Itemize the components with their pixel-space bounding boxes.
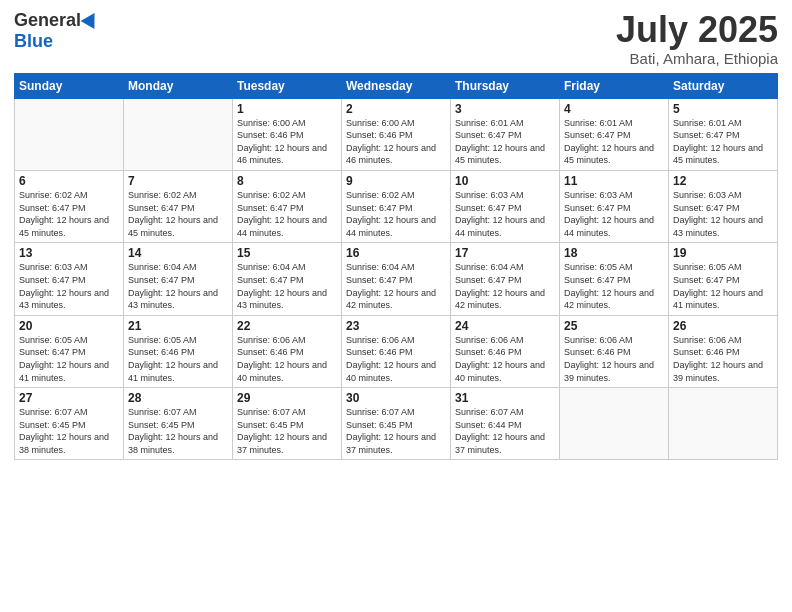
day-info: Sunrise: 6:06 AM Sunset: 6:46 PM Dayligh… [346, 334, 446, 384]
day-number: 29 [237, 391, 337, 405]
table-row: 3Sunrise: 6:01 AM Sunset: 6:47 PM Daylig… [451, 98, 560, 170]
table-row: 22Sunrise: 6:06 AM Sunset: 6:46 PM Dayli… [233, 315, 342, 387]
day-info: Sunrise: 6:07 AM Sunset: 6:45 PM Dayligh… [19, 406, 119, 456]
table-row: 21Sunrise: 6:05 AM Sunset: 6:46 PM Dayli… [124, 315, 233, 387]
day-info: Sunrise: 6:03 AM Sunset: 6:47 PM Dayligh… [455, 189, 555, 239]
day-number: 7 [128, 174, 228, 188]
calendar-header-row: Sunday Monday Tuesday Wednesday Thursday… [15, 73, 778, 98]
table-row [15, 98, 124, 170]
col-sunday: Sunday [15, 73, 124, 98]
day-info: Sunrise: 6:01 AM Sunset: 6:47 PM Dayligh… [673, 117, 773, 167]
day-number: 17 [455, 246, 555, 260]
table-row: 9Sunrise: 6:02 AM Sunset: 6:47 PM Daylig… [342, 170, 451, 242]
table-row: 4Sunrise: 6:01 AM Sunset: 6:47 PM Daylig… [560, 98, 669, 170]
day-info: Sunrise: 6:02 AM Sunset: 6:47 PM Dayligh… [128, 189, 228, 239]
day-number: 16 [346, 246, 446, 260]
day-info: Sunrise: 6:02 AM Sunset: 6:47 PM Dayligh… [237, 189, 337, 239]
day-number: 25 [564, 319, 664, 333]
day-info: Sunrise: 6:04 AM Sunset: 6:47 PM Dayligh… [455, 261, 555, 311]
table-row: 2Sunrise: 6:00 AM Sunset: 6:46 PM Daylig… [342, 98, 451, 170]
table-row: 12Sunrise: 6:03 AM Sunset: 6:47 PM Dayli… [669, 170, 778, 242]
table-row: 20Sunrise: 6:05 AM Sunset: 6:47 PM Dayli… [15, 315, 124, 387]
day-number: 30 [346, 391, 446, 405]
table-row: 19Sunrise: 6:05 AM Sunset: 6:47 PM Dayli… [669, 243, 778, 315]
table-row: 6Sunrise: 6:02 AM Sunset: 6:47 PM Daylig… [15, 170, 124, 242]
table-row: 15Sunrise: 6:04 AM Sunset: 6:47 PM Dayli… [233, 243, 342, 315]
day-info: Sunrise: 6:02 AM Sunset: 6:47 PM Dayligh… [346, 189, 446, 239]
col-friday: Friday [560, 73, 669, 98]
day-info: Sunrise: 6:06 AM Sunset: 6:46 PM Dayligh… [237, 334, 337, 384]
logo: General Blue [14, 10, 99, 52]
day-info: Sunrise: 6:04 AM Sunset: 6:47 PM Dayligh… [128, 261, 228, 311]
table-row: 5Sunrise: 6:01 AM Sunset: 6:47 PM Daylig… [669, 98, 778, 170]
day-number: 21 [128, 319, 228, 333]
col-wednesday: Wednesday [342, 73, 451, 98]
day-info: Sunrise: 6:04 AM Sunset: 6:47 PM Dayligh… [346, 261, 446, 311]
day-number: 18 [564, 246, 664, 260]
calendar: Sunday Monday Tuesday Wednesday Thursday… [14, 73, 778, 461]
table-row: 14Sunrise: 6:04 AM Sunset: 6:47 PM Dayli… [124, 243, 233, 315]
table-row: 17Sunrise: 6:04 AM Sunset: 6:47 PM Dayli… [451, 243, 560, 315]
day-number: 8 [237, 174, 337, 188]
col-thursday: Thursday [451, 73, 560, 98]
table-row: 29Sunrise: 6:07 AM Sunset: 6:45 PM Dayli… [233, 388, 342, 460]
day-number: 23 [346, 319, 446, 333]
day-number: 24 [455, 319, 555, 333]
day-info: Sunrise: 6:07 AM Sunset: 6:44 PM Dayligh… [455, 406, 555, 456]
day-number: 11 [564, 174, 664, 188]
table-row: 28Sunrise: 6:07 AM Sunset: 6:45 PM Dayli… [124, 388, 233, 460]
day-number: 9 [346, 174, 446, 188]
table-row: 27Sunrise: 6:07 AM Sunset: 6:45 PM Dayli… [15, 388, 124, 460]
table-row: 13Sunrise: 6:03 AM Sunset: 6:47 PM Dayli… [15, 243, 124, 315]
header: General Blue July 2025 Bati, Amhara, Eth… [14, 10, 778, 67]
day-info: Sunrise: 6:02 AM Sunset: 6:47 PM Dayligh… [19, 189, 119, 239]
day-number: 12 [673, 174, 773, 188]
table-row: 1Sunrise: 6:00 AM Sunset: 6:46 PM Daylig… [233, 98, 342, 170]
col-saturday: Saturday [669, 73, 778, 98]
day-number: 15 [237, 246, 337, 260]
day-number: 10 [455, 174, 555, 188]
day-number: 27 [19, 391, 119, 405]
day-info: Sunrise: 6:07 AM Sunset: 6:45 PM Dayligh… [346, 406, 446, 456]
title-area: July 2025 Bati, Amhara, Ethiopia [616, 10, 778, 67]
day-info: Sunrise: 6:03 AM Sunset: 6:47 PM Dayligh… [19, 261, 119, 311]
subtitle: Bati, Amhara, Ethiopia [616, 50, 778, 67]
day-number: 20 [19, 319, 119, 333]
day-info: Sunrise: 6:05 AM Sunset: 6:47 PM Dayligh… [673, 261, 773, 311]
day-number: 14 [128, 246, 228, 260]
table-row [669, 388, 778, 460]
day-number: 19 [673, 246, 773, 260]
day-info: Sunrise: 6:04 AM Sunset: 6:47 PM Dayligh… [237, 261, 337, 311]
page: General Blue July 2025 Bati, Amhara, Eth… [0, 0, 792, 612]
day-info: Sunrise: 6:01 AM Sunset: 6:47 PM Dayligh… [564, 117, 664, 167]
table-row: 31Sunrise: 6:07 AM Sunset: 6:44 PM Dayli… [451, 388, 560, 460]
day-info: Sunrise: 6:05 AM Sunset: 6:47 PM Dayligh… [564, 261, 664, 311]
day-info: Sunrise: 6:07 AM Sunset: 6:45 PM Dayligh… [237, 406, 337, 456]
table-row: 18Sunrise: 6:05 AM Sunset: 6:47 PM Dayli… [560, 243, 669, 315]
table-row: 7Sunrise: 6:02 AM Sunset: 6:47 PM Daylig… [124, 170, 233, 242]
day-number: 22 [237, 319, 337, 333]
table-row: 10Sunrise: 6:03 AM Sunset: 6:47 PM Dayli… [451, 170, 560, 242]
logo-triangle-icon [81, 8, 102, 28]
day-number: 6 [19, 174, 119, 188]
day-info: Sunrise: 6:00 AM Sunset: 6:46 PM Dayligh… [346, 117, 446, 167]
day-number: 3 [455, 102, 555, 116]
day-info: Sunrise: 6:05 AM Sunset: 6:47 PM Dayligh… [19, 334, 119, 384]
day-info: Sunrise: 6:00 AM Sunset: 6:46 PM Dayligh… [237, 117, 337, 167]
day-number: 31 [455, 391, 555, 405]
table-row: 25Sunrise: 6:06 AM Sunset: 6:46 PM Dayli… [560, 315, 669, 387]
day-number: 2 [346, 102, 446, 116]
day-info: Sunrise: 6:01 AM Sunset: 6:47 PM Dayligh… [455, 117, 555, 167]
col-monday: Monday [124, 73, 233, 98]
table-row [124, 98, 233, 170]
logo-blue: Blue [14, 31, 53, 52]
day-info: Sunrise: 6:05 AM Sunset: 6:46 PM Dayligh… [128, 334, 228, 384]
day-number: 13 [19, 246, 119, 260]
table-row: 8Sunrise: 6:02 AM Sunset: 6:47 PM Daylig… [233, 170, 342, 242]
day-info: Sunrise: 6:03 AM Sunset: 6:47 PM Dayligh… [673, 189, 773, 239]
day-number: 1 [237, 102, 337, 116]
day-number: 28 [128, 391, 228, 405]
table-row: 30Sunrise: 6:07 AM Sunset: 6:45 PM Dayli… [342, 388, 451, 460]
col-tuesday: Tuesday [233, 73, 342, 98]
table-row: 16Sunrise: 6:04 AM Sunset: 6:47 PM Dayli… [342, 243, 451, 315]
